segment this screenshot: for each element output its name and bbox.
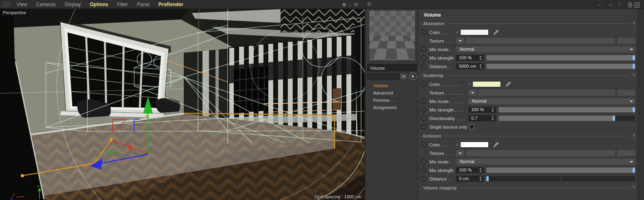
scattering-directionality-row: Directionality . . . . 0.7 bbox=[418, 114, 635, 123]
3d-viewport[interactable]: Y X Z Perspective Grid Spacing : 1000 cm bbox=[0, 9, 365, 200]
section-header-volume-mapping[interactable]: - Volume mapping ? bbox=[420, 184, 635, 191]
dropdown-chevron-icon[interactable] bbox=[400, 73, 407, 80]
keyframe-dot-icon[interactable] bbox=[420, 107, 427, 113]
material-tab-volume[interactable]: Volume bbox=[366, 82, 419, 89]
absorption-mixstrength-input[interactable]: 100 % bbox=[456, 55, 484, 61]
absorption-distance-row: Distance . . 5000 cm bbox=[418, 62, 635, 71]
help-icon[interactable]: ? bbox=[633, 185, 635, 190]
scattering-mixstrength-slider[interactable] bbox=[498, 107, 635, 112]
emission-mixmode-select[interactable]: Normal bbox=[456, 159, 635, 165]
spinner-icon[interactable] bbox=[491, 107, 495, 112]
absorption-texture-field[interactable] bbox=[466, 38, 615, 44]
spinner-icon[interactable] bbox=[479, 55, 483, 60]
scattering-mixmode-select[interactable]: Normal bbox=[468, 98, 635, 104]
grid-spacing-label: Grid Spacing : 1000 cm bbox=[315, 194, 361, 199]
application-window: View Cameras Display Options Filter Pane… bbox=[0, 0, 644, 200]
svg-text:X: X bbox=[13, 193, 15, 197]
svg-text:Z: Z bbox=[11, 196, 13, 200]
panel-grip-icon[interactable] bbox=[2, 2, 10, 7]
keyframe-dot-icon[interactable] bbox=[420, 115, 427, 122]
keyframe-dot-icon[interactable] bbox=[420, 124, 427, 130]
emission-mixmode-row: Mix mode . Normal bbox=[418, 157, 635, 166]
spinner-icon[interactable] bbox=[479, 168, 483, 173]
spinner-icon[interactable] bbox=[479, 176, 483, 181]
history-forward-icon[interactable]: → bbox=[607, 0, 613, 9]
material-tab-assignment[interactable]: Assignment bbox=[366, 104, 419, 111]
keyframe-dot-icon[interactable] bbox=[420, 46, 427, 53]
menu-prorender[interactable]: ProRender bbox=[154, 0, 188, 9]
texture-browse-button[interactable]: ... bbox=[617, 38, 635, 44]
eyedropper-icon[interactable] bbox=[493, 29, 499, 36]
view-label[interactable]: Perspective bbox=[1, 10, 29, 16]
emission-texture-row: Texture . . . ... bbox=[418, 149, 635, 157]
scattering-mixstrength-input[interactable]: 100 % bbox=[468, 107, 496, 113]
emission-texture-field[interactable] bbox=[466, 150, 615, 156]
material-preview[interactable] bbox=[369, 10, 416, 61]
history-up-icon[interactable]: ↑ bbox=[618, 0, 621, 9]
absorption-mixmode-select[interactable]: Normal bbox=[456, 46, 635, 52]
emission-mixstrength-slider[interactable] bbox=[486, 168, 635, 173]
emission-mixstrength-input[interactable]: 100 % bbox=[456, 167, 484, 173]
pan-view-icon[interactable]: ✥ bbox=[342, 2, 346, 8]
expand-arrow-icon[interactable]: > bbox=[456, 142, 460, 147]
emission-distance-slider[interactable] bbox=[486, 176, 635, 181]
section-header-scattering[interactable]: - Scattering ? bbox=[420, 72, 635, 79]
keyframe-dot-icon[interactable] bbox=[420, 81, 427, 88]
absorption-distance-slider[interactable] bbox=[486, 64, 635, 69]
section-header-absorption[interactable]: - Absorption ? bbox=[420, 20, 635, 27]
material-tab-preview[interactable]: Preview. . . bbox=[366, 97, 419, 104]
attribute-menu-icon[interactable]: ≡ bbox=[367, 0, 371, 9]
expand-arrow-icon[interactable]: > bbox=[456, 30, 460, 34]
attributes-title: Volume bbox=[418, 11, 644, 19]
pick-material-button[interactable] bbox=[409, 73, 417, 80]
spinner-icon[interactable] bbox=[479, 64, 483, 69]
menu-panel[interactable]: Panel bbox=[133, 0, 154, 9]
scattering-color-swatch[interactable] bbox=[472, 81, 501, 87]
absorption-color-swatch[interactable] bbox=[460, 29, 489, 35]
scattering-directionality-slider[interactable] bbox=[498, 116, 635, 121]
emission-distance-input[interactable]: 0 cm bbox=[456, 176, 484, 182]
keyframe-dot-icon[interactable] bbox=[420, 63, 427, 70]
texture-chevron-button[interactable] bbox=[456, 38, 464, 44]
help-icon[interactable]: ? bbox=[633, 73, 635, 78]
keyframe-dot-icon[interactable] bbox=[420, 159, 427, 165]
material-name-field[interactable]: Volume bbox=[367, 64, 417, 71]
menu-options[interactable]: Options bbox=[85, 0, 113, 9]
menu-view[interactable]: View bbox=[12, 0, 32, 9]
zoom-view-icon[interactable]: ↕ bbox=[349, 2, 352, 8]
scattering-mixmode-row: Mix mode . . . . . . Normal bbox=[418, 97, 635, 105]
menu-cameras[interactable]: Cameras bbox=[32, 0, 61, 9]
scattering-directionality-input[interactable]: 0.7 bbox=[468, 115, 496, 121]
keyframe-dot-icon[interactable] bbox=[420, 176, 427, 182]
material-preset-dropdown[interactable] bbox=[367, 73, 408, 80]
material-tab-advanced[interactable]: Advanced bbox=[366, 89, 419, 97]
texture-chevron-button[interactable] bbox=[468, 90, 476, 96]
help-icon[interactable]: ? bbox=[633, 133, 635, 138]
scattering-texture-field[interactable] bbox=[478, 90, 615, 96]
menu-filter[interactable]: Filter bbox=[113, 0, 133, 9]
emission-color-swatch[interactable] bbox=[460, 142, 489, 148]
eyedropper-icon[interactable] bbox=[493, 142, 499, 148]
keyframe-dot-icon[interactable] bbox=[420, 142, 427, 148]
rotate-view-icon[interactable]: ⟳ bbox=[354, 2, 358, 8]
keyframe-dot-icon[interactable] bbox=[420, 55, 427, 61]
scattering-color-row: Color . . . . . . . . > bbox=[418, 80, 635, 88]
absorption-mixstrength-slider[interactable] bbox=[486, 55, 635, 60]
help-icon[interactable]: ? bbox=[633, 21, 635, 26]
history-back-icon[interactable]: ← bbox=[598, 0, 603, 9]
expand-arrow-icon[interactable]: > bbox=[468, 82, 472, 86]
keyframe-dot-icon[interactable] bbox=[420, 29, 427, 36]
svg-text:Y: Y bbox=[37, 185, 39, 189]
texture-browse-button[interactable]: ... bbox=[617, 150, 635, 156]
single-bounce-checkbox[interactable] bbox=[469, 124, 474, 129]
menu-display[interactable]: Display bbox=[60, 0, 85, 9]
absorption-distance-input[interactable]: 5000 cm bbox=[456, 63, 484, 69]
section-header-emission[interactable]: - Emission ? bbox=[420, 132, 635, 140]
keyframe-dot-icon[interactable] bbox=[420, 167, 427, 174]
texture-chevron-button[interactable] bbox=[456, 150, 464, 156]
absorption-mixstrength-row: Mix strength 100 % bbox=[418, 54, 635, 62]
keyframe-dot-icon[interactable] bbox=[420, 98, 427, 105]
spinner-icon[interactable] bbox=[491, 116, 495, 121]
texture-browse-button[interactable]: ... bbox=[617, 90, 635, 96]
eyedropper-icon[interactable] bbox=[505, 81, 511, 88]
